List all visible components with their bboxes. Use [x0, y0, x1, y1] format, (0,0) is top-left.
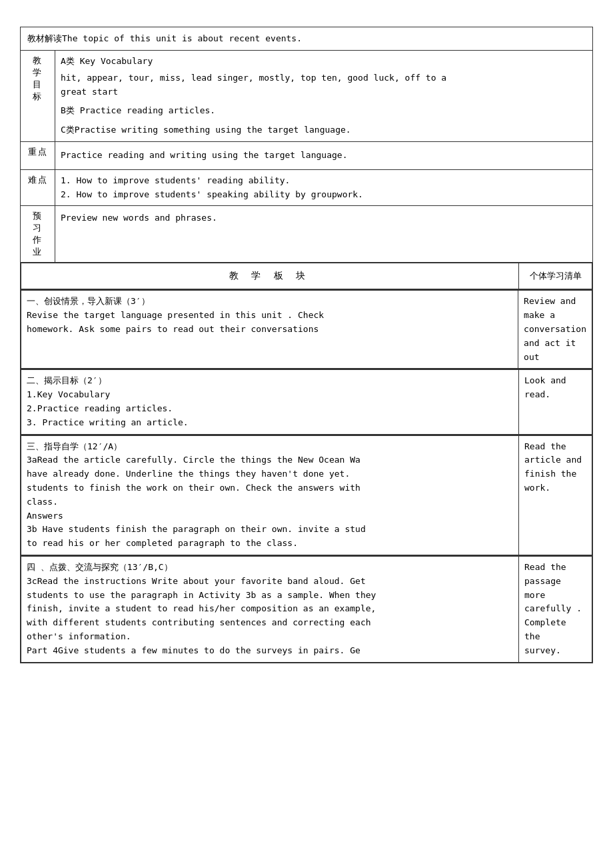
section-2-left: 二、揭示目标（2′） 1.Key Vocabulary 2.Practice r…	[21, 370, 519, 434]
section-4-row: 四 、点拨、交流与探究（13′/B,C） 3cRead the instruct…	[21, 555, 593, 663]
section-2-row: 二、揭示目标（2′） 1.Key Vocabulary 2.Practice r…	[21, 369, 593, 435]
header-row: 教材解读The topic of this unit is about rece…	[21, 27, 593, 51]
preview-content: Preview new words and phrases.	[55, 206, 593, 263]
section-3-right: Read the article and finish the work.	[519, 435, 592, 555]
header-cell: 教材解读The topic of this unit is about rece…	[21, 27, 593, 51]
section-3-row: 三、指导自学（12′/A） 3aRead the article careful…	[21, 435, 593, 555]
objectives-label: 教 学 目 标	[21, 51, 55, 142]
preview-row: 预 习 作 业 Preview new words and phrases.	[21, 206, 593, 263]
teaching-block-title: 教 学 板 块	[21, 263, 519, 289]
key-points-content: Practice reading and writing using the t…	[55, 141, 593, 169]
main-table: 教材解读The topic of this unit is about rece…	[20, 27, 593, 663]
difficulties-content: 1. How to improve students' reading abil…	[55, 169, 593, 206]
individual-learning-title: 个体学习清单	[519, 263, 592, 289]
objectives-content: A类 Key Vocabulary hit, appear, tour, mis…	[55, 51, 593, 142]
section-3-left: 三、指导自学（12′/A） 3aRead the article careful…	[21, 435, 519, 555]
b-type-label: B类 Practice reading articles.	[61, 104, 587, 118]
section-2-cell: 二、揭示目标（2′） 1.Key Vocabulary 2.Practice r…	[21, 369, 593, 435]
section-3-cell: 三、指导自学（12′/A） 3aRead the article careful…	[21, 435, 593, 555]
teaching-block-header: 教 学 板 块 个体学习清单	[21, 263, 593, 290]
difficulties-label: 难点	[21, 169, 55, 206]
difficulties-row: 难点 1. How to improve students' reading a…	[21, 169, 593, 206]
section-1-left: 一、创设情景，导入新课（3′） Revise the target langua…	[21, 291, 518, 369]
difficulty-item-2: 2. How to improve students' speaking abi…	[61, 188, 587, 202]
a-type-label: A类 Key Vocabulary	[61, 55, 587, 69]
key-points-row: 重点 Practice reading and writing using th…	[21, 141, 593, 169]
section-2-right: Look and read.	[519, 370, 592, 434]
section-4-right: Read the passage more carefully . Comple…	[519, 556, 592, 662]
section-4-left: 四 、点拨、交流与探究（13′/B,C） 3cRead the instruct…	[21, 556, 519, 662]
teaching-block-row: 教 学 板 块 个体学习清单	[21, 263, 593, 290]
key-points-label: 重点	[21, 141, 55, 169]
section-1-row: 一、创设情景，导入新课（3′） Revise the target langua…	[21, 290, 593, 369]
c-type-label: C类Practise writing something using the t…	[61, 123, 587, 137]
section-1-right: Review and make a conversation and act i…	[518, 291, 592, 369]
section-4-cell: 四 、点拨、交流与探究（13′/B,C） 3cRead the instruct…	[21, 555, 593, 663]
difficulty-item-1: 1. How to improve students' reading abil…	[61, 174, 587, 188]
preview-label: 预 习 作 业	[21, 206, 55, 263]
a-type-content: hit, appear, tour, miss, lead singer, mo…	[61, 71, 587, 99]
objectives-row: 教 学 目 标 A类 Key Vocabulary hit, appear, t…	[21, 51, 593, 142]
section-1-cell: 一、创设情景，导入新课（3′） Revise the target langua…	[21, 290, 593, 369]
